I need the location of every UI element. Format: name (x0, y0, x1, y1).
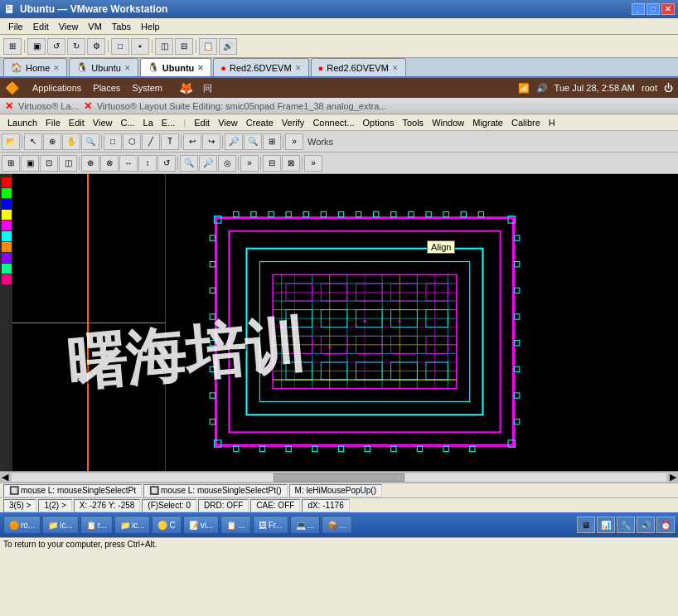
taskbar-icon-extra-5[interactable]: ⏰ (656, 517, 675, 533)
tab-red-1[interactable]: ● Red2.6DVEVM ✕ (213, 58, 308, 76)
layer-item-9[interactable] (2, 264, 12, 274)
vt-btn-select[interactable]: ⊕ (43, 133, 61, 150)
v-menu-view2[interactable]: View (214, 116, 242, 129)
taskbar-btn-5[interactable]: 🟡 C (152, 516, 181, 534)
vt2-btn-6[interactable]: ⊗ (100, 155, 119, 172)
virtuoso-close-icon-2[interactable]: ✕ (84, 100, 92, 112)
v-menu-connect[interactable]: Connect... (308, 116, 358, 129)
layer-item-4[interactable] (2, 210, 12, 220)
vt2-btn-3[interactable]: ⊡ (40, 155, 58, 172)
taskbar-btn-9[interactable]: 💻 ... (290, 516, 320, 534)
taskbar-btn-6[interactable]: 📝 vi... (183, 516, 220, 534)
tab-red-2-close[interactable]: ✕ (392, 64, 399, 72)
vt-btn-rect[interactable]: □ (104, 133, 122, 150)
v-menu-migrate[interactable]: Migrate (468, 116, 507, 129)
toolbar-btn-7[interactable]: ▪ (131, 38, 149, 55)
os-menu-applications[interactable]: Applications (29, 81, 85, 95)
toolbar-btn-5[interactable]: ⚙ (87, 38, 105, 55)
vt-btn-zoomin[interactable]: 🔎 (225, 133, 243, 150)
vt2-btn-8[interactable]: ↕ (138, 155, 157, 172)
taskbar-btn-1[interactable]: 🟠 ro... (3, 516, 41, 534)
vt-btn-fit[interactable]: ⊞ (263, 133, 281, 150)
canvas-container[interactable]: Align (12, 174, 678, 471)
vt2-btn-9[interactable]: ↺ (157, 155, 176, 172)
v-menu-create[interactable]: Create (242, 116, 278, 129)
v-menu-options[interactable]: Options (359, 116, 399, 129)
toolbar-btn-11[interactable]: 🔊 (219, 38, 237, 55)
vt2-btn-14[interactable]: ⊟ (263, 155, 281, 172)
vt-btn-line[interactable]: ╱ (142, 133, 160, 150)
menu-file[interactable]: File (3, 20, 28, 33)
os-menu-system[interactable]: System (128, 81, 166, 95)
vt2-btn-16[interactable]: » (304, 155, 322, 172)
menu-edit[interactable]: Edit (28, 20, 54, 33)
taskbar-icon-extra-1[interactable]: 🖥 (577, 517, 595, 533)
v-menu-edit[interactable]: Edit (65, 116, 89, 129)
vt-btn-undo[interactable]: ↩ (183, 133, 201, 150)
vt-btn-poly[interactable]: ⬡ (123, 133, 141, 150)
taskbar-btn-2[interactable]: 📁 ic... (42, 516, 79, 534)
toolbar-btn-4[interactable]: ↻ (67, 38, 85, 55)
taskbar-icon-extra-3[interactable]: 🔧 (617, 517, 635, 533)
power-icon[interactable]: ⏻ (664, 83, 673, 93)
taskbar-btn-7[interactable]: 📋 ... (220, 516, 250, 534)
vt2-btn-5[interactable]: ⊕ (81, 155, 99, 172)
taskbar-btn-3[interactable]: 📋 r... (80, 516, 113, 534)
hscroll-track[interactable] (12, 473, 666, 482)
vt2-btn-15[interactable]: ⊠ (282, 155, 300, 172)
vt-btn-extra[interactable]: » (285, 133, 303, 150)
v-menu-la[interactable]: La (139, 116, 157, 129)
menu-vm[interactable]: VM (83, 20, 107, 33)
vt-btn-pan[interactable]: ✋ (62, 133, 80, 150)
vt-btn-zoomout[interactable]: 🔍 (244, 133, 262, 150)
tab-red-2[interactable]: ● Red2.6DVEVM ✕ (311, 58, 406, 76)
menu-view[interactable]: View (54, 20, 84, 33)
maximize-button[interactable]: □ (647, 3, 660, 15)
vt2-btn-2[interactable]: ▣ (21, 155, 39, 172)
taskbar-icon-extra-4[interactable]: 🔊 (637, 517, 655, 533)
hscroll-left[interactable]: ◀ (0, 472, 10, 483)
vt2-btn-13[interactable]: » (240, 155, 259, 172)
v-menu-file[interactable]: File (41, 116, 65, 129)
layer-item-8[interactable] (2, 253, 12, 263)
menu-help[interactable]: Help (136, 20, 165, 33)
layer-item-10[interactable] (2, 274, 12, 284)
horizontal-scrollbar[interactable]: ◀ ▶ (0, 471, 678, 483)
vt2-btn-7[interactable]: ↔ (119, 155, 138, 172)
taskbar-icon-extra-2[interactable]: 📊 (597, 517, 615, 533)
minimize-button[interactable]: _ (632, 3, 645, 15)
tab-ubuntu-1[interactable]: 🐧 Ubuntu ✕ (69, 58, 138, 76)
tab-ubuntu-2-close[interactable]: ✕ (197, 64, 204, 72)
vt-btn-text[interactable]: T (161, 133, 179, 150)
vt-btn-cursor[interactable]: ↖ (24, 133, 42, 150)
v-menu-edit2[interactable]: Edit (190, 116, 214, 129)
toolbar-btn-10[interactable]: 📋 (199, 38, 217, 55)
tab-ubuntu-2[interactable]: 🐧 Ubuntu ✕ (140, 58, 211, 76)
vt2-btn-11[interactable]: 🔎 (199, 155, 217, 172)
v-menu-verify[interactable]: Verify (278, 116, 309, 129)
vt2-btn-12[interactable]: ◎ (218, 155, 236, 172)
v-menu-calibre[interactable]: Calibre (507, 116, 545, 129)
layer-item-7[interactable] (2, 242, 12, 252)
tab-red-1-close[interactable]: ✕ (295, 64, 302, 72)
toolbar-btn-2[interactable]: ▣ (27, 38, 46, 55)
layer-item-5[interactable] (2, 221, 12, 230)
v-menu-h[interactable]: H (545, 116, 559, 129)
toolbar-btn-9[interactable]: ⊟ (175, 38, 193, 55)
layer-item-2[interactable] (2, 188, 12, 198)
vt-btn-folder[interactable]: 📂 (2, 133, 20, 150)
taskbar-btn-4[interactable]: 📁 ic... (114, 516, 151, 534)
os-menu-places[interactable]: Places (90, 81, 123, 95)
left-small-panel[interactable] (12, 174, 166, 471)
tab-home-close[interactable]: ✕ (53, 64, 60, 72)
hscroll-thumb[interactable] (274, 473, 404, 482)
toolbar-btn-8[interactable]: ◫ (155, 38, 173, 55)
vt2-btn-4[interactable]: ◫ (59, 155, 77, 172)
taskbar-btn-8[interactable]: 🖼 Fr... (253, 516, 288, 534)
layer-item-3[interactable] (2, 199, 12, 209)
menu-tabs[interactable]: Tabs (107, 20, 136, 33)
v-menu-view[interactable]: View (89, 116, 117, 129)
toolbar-btn-6[interactable]: □ (111, 38, 129, 55)
vt2-btn-10[interactable]: 🔍 (180, 155, 198, 172)
close-button[interactable]: ✕ (661, 3, 675, 15)
